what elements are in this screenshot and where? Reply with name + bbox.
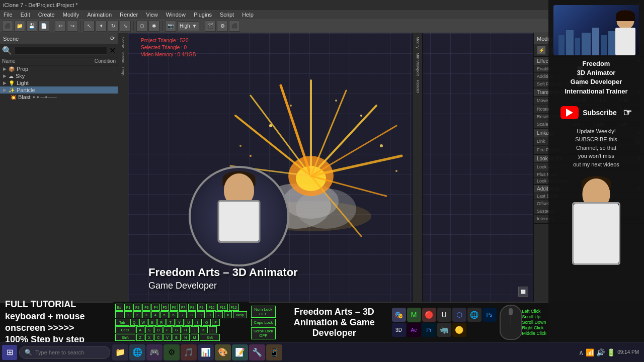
- menu-plugins[interactable]: Plugins: [192, 12, 213, 18]
- svg-point-21: [290, 105, 292, 107]
- menu-script[interactable]: Script: [218, 12, 235, 18]
- key-f6: F6: [170, 304, 178, 311]
- taskbar-app2[interactable]: 🌐: [129, 344, 145, 360]
- key-shift-right: Shft: [200, 334, 220, 341]
- app-icon-ae[interactable]: Ae: [407, 323, 421, 337]
- app-icon-chrome[interactable]: 🌐: [467, 308, 481, 322]
- svg-point-18: [360, 115, 362, 117]
- menu-modify[interactable]: Modify: [61, 12, 80, 18]
- subscribe-button[interactable]: Subscribe ☞: [554, 102, 638, 123]
- blast-label: Blast: [18, 94, 30, 100]
- svg-rect-28: [582, 33, 591, 55]
- quality-dropdown[interactable]: High ▼: [177, 21, 199, 31]
- svg-point-22: [335, 100, 337, 102]
- menu-view[interactable]: View: [144, 12, 159, 18]
- key-f11: F11: [217, 304, 227, 311]
- tree-item-prop[interactable]: ▶ 📦 Prop: [0, 65, 118, 72]
- key-c: C: [154, 334, 163, 341]
- toolbar-select[interactable]: ↖: [84, 21, 95, 32]
- bottom-line1: FULL TUTORIAL: [5, 299, 108, 310]
- toolbar-btn11[interactable]: ⬡: [136, 21, 147, 32]
- key-f10: F10: [206, 304, 216, 311]
- app-icon-unity[interactable]: U: [437, 308, 451, 322]
- cursor-icon: ☞: [623, 107, 632, 119]
- tray-battery[interactable]: 🔋: [607, 348, 615, 356]
- scene-refresh-icon[interactable]: ⟳: [110, 35, 115, 42]
- toolbar-open[interactable]: 📁: [14, 21, 25, 32]
- app-icon-lego[interactable]: 🟡: [452, 323, 466, 337]
- menu-window[interactable]: Window: [165, 12, 187, 18]
- tray-up-arrow[interactable]: ∧: [579, 348, 584, 356]
- menu-file[interactable]: File: [2, 12, 14, 18]
- app-icon-pr[interactable]: Pr: [422, 323, 436, 337]
- side-tab-scene[interactable]: Scene: [120, 35, 126, 50]
- right-tab-viewport[interactable]: Min Viewport: [415, 51, 421, 77]
- taskbar-app-icons: 📁 🌐 🎮 ⚙ 🎵 📊 🎨 📝 🔧 📱: [112, 344, 574, 360]
- right-side-tabs: Modify Min Viewport Render: [413, 33, 423, 302]
- scene-search-bar[interactable]: 🔍 ✕: [0, 44, 118, 57]
- key-a: A: [136, 326, 144, 333]
- app-icon-blender[interactable]: 🎭: [392, 308, 406, 322]
- key-b: B: [173, 334, 181, 341]
- taskbar-search-input[interactable]: [35, 349, 105, 355]
- toolbar-btn17[interactable]: ⬛: [229, 21, 240, 32]
- right-tab-modify[interactable]: Modify: [415, 35, 421, 50]
- menu-edit[interactable]: Edit: [19, 12, 32, 18]
- taskbar-app5[interactable]: 🎵: [181, 344, 197, 360]
- toolbar-scale[interactable]: ⤡: [120, 21, 131, 32]
- app-icon-photoshop[interactable]: Ps: [482, 308, 497, 322]
- yt-second-avatar: [564, 176, 629, 266]
- taskbar-app9[interactable]: 🔧: [249, 344, 265, 360]
- toolbar-rotate[interactable]: ↻: [108, 21, 119, 32]
- side-tab-install[interactable]: Install: [120, 51, 126, 64]
- app-icon-unreal[interactable]: ⬡: [452, 308, 466, 322]
- taskbar-search-bar[interactable]: 🔍: [19, 346, 110, 359]
- app-icon-rhino[interactable]: 🦏: [437, 323, 451, 337]
- toolbar-new[interactable]: ⬛: [2, 21, 13, 32]
- search-clear-icon[interactable]: ✕: [109, 46, 116, 55]
- toolbar-save[interactable]: 💾: [26, 21, 37, 32]
- tree-item-blast[interactable]: 💥 Blast ● ● —●——: [0, 94, 118, 101]
- menu-render[interactable]: Render: [118, 12, 139, 18]
- toolbar-move[interactable]: ✦: [96, 21, 107, 32]
- taskbar-app10[interactable]: 📱: [266, 344, 282, 360]
- key-e: E: [148, 319, 156, 326]
- toolbar-btn15[interactable]: 🎬: [205, 21, 216, 32]
- mouse-scroll-up: Scroll Up: [522, 314, 547, 319]
- taskbar-app8[interactable]: 📝: [232, 344, 248, 360]
- taskbar-app7[interactable]: 🎨: [215, 344, 231, 360]
- scene-search-input[interactable]: [14, 47, 107, 55]
- taskbar-app6[interactable]: 📊: [198, 344, 214, 360]
- right-tab-render[interactable]: Render: [415, 78, 421, 95]
- chevron-down-icon: ▼: [192, 23, 197, 29]
- avatar-person: [209, 171, 269, 261]
- bottom-line3: onscreen >>>>>: [5, 322, 108, 334]
- tray-speaker[interactable]: 🔊: [596, 348, 605, 356]
- app-icon-maya[interactable]: M: [407, 308, 421, 322]
- toolbar-save-as[interactable]: 📄: [38, 21, 49, 32]
- taskbar-app4[interactable]: ⚙: [164, 344, 180, 360]
- toolbar-btn5[interactable]: ↩: [55, 21, 66, 32]
- modify-icon1[interactable]: ⚡: [537, 46, 546, 55]
- app-icon-3dsmax[interactable]: 3D: [392, 323, 406, 337]
- taskbar-explorer[interactable]: 📁: [112, 344, 128, 360]
- app-icon-substance[interactable]: 🔴: [422, 308, 436, 322]
- blast-icon: 💥: [10, 95, 16, 100]
- menu-animation[interactable]: Animation: [86, 12, 113, 18]
- start-button[interactable]: ⊞: [2, 345, 17, 360]
- tree-item-light[interactable]: ▶ 💡 Light: [0, 79, 118, 86]
- menu-create[interactable]: Create: [37, 12, 56, 18]
- toolbar-camera[interactable]: 📷: [165, 21, 176, 32]
- viewport-canvas[interactable]: Project Triangle : 520 Selected Triangle…: [128, 33, 533, 302]
- toolbar-btn16[interactable]: ⚙: [217, 21, 228, 32]
- avatar-figure: [191, 168, 287, 264]
- toolbar-btn12[interactable]: ✱: [148, 21, 159, 32]
- tree-item-sky[interactable]: ▶ ☁ Sky: [0, 72, 118, 79]
- menu-help[interactable]: Help: [240, 12, 255, 18]
- mouse-left-click: Left Click: [522, 309, 547, 314]
- tree-item-particle[interactable]: ▶ ✨ Particle: [0, 86, 118, 94]
- taskbar-app3[interactable]: 🎮: [146, 344, 163, 360]
- tray-network[interactable]: 📶: [586, 348, 594, 356]
- side-tab-prop[interactable]: Prop: [120, 65, 126, 77]
- toolbar-btn6[interactable]: ↪: [67, 21, 78, 32]
